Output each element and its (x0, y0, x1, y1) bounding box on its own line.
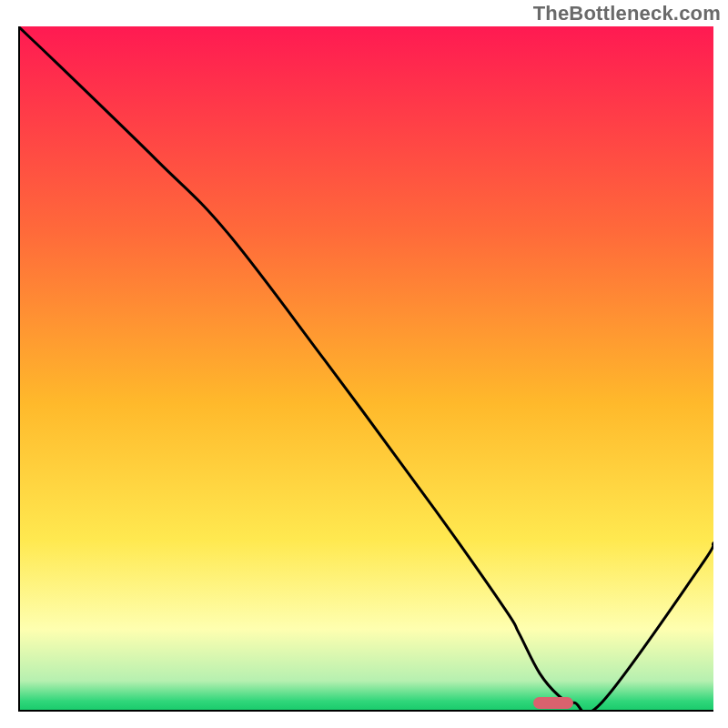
chart-canvas: TheBottleneck.com (0, 0, 728, 728)
x-axis-line (18, 710, 713, 712)
bottleneck-curve (18, 26, 713, 712)
watermark-text: TheBottleneck.com (533, 2, 721, 25)
plot-area (18, 26, 713, 712)
optimal-marker (533, 697, 573, 709)
y-axis-line (18, 26, 20, 712)
